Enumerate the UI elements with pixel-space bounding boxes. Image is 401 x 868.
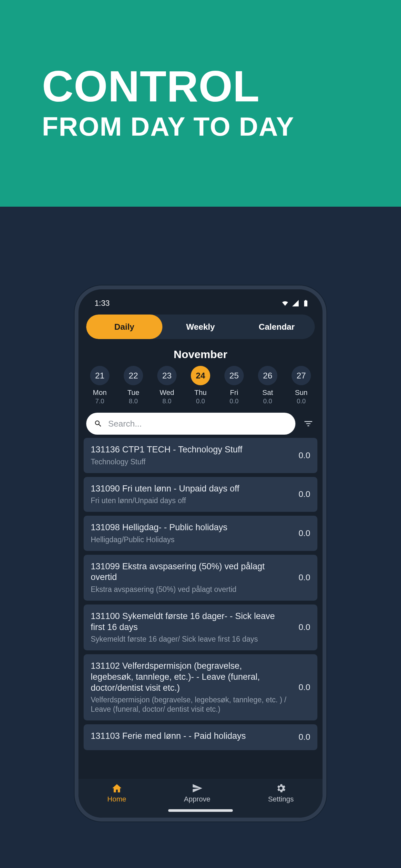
day-number: 27 — [291, 366, 311, 385]
home-indicator[interactable] — [168, 809, 233, 812]
phone-stage: 1:33 Daily Weekly Calendar November 21 — [0, 207, 401, 868]
status-bar: 1:33 — [79, 295, 322, 311]
tab-label: Approve — [184, 795, 211, 803]
hero-banner: CONTROL FROM DAY TO DAY — [0, 0, 401, 207]
search-input[interactable] — [108, 419, 288, 429]
day-cell[interactable]: 26 Sat 0.0 — [254, 366, 281, 405]
day-name: Wed — [160, 389, 174, 397]
list-item[interactable]: 131090 Fri uten lønn - Unpaid days off F… — [84, 477, 317, 512]
month-label: November — [79, 348, 322, 361]
day-name: Mon — [93, 389, 107, 397]
tab-approve[interactable]: Approve — [184, 783, 211, 803]
signal-icon — [291, 299, 299, 307]
day-cell[interactable]: 21 Mon 7.0 — [86, 366, 113, 405]
day-number: 26 — [258, 366, 277, 385]
day-name: Thu — [194, 389, 207, 397]
tab-settings[interactable]: Settings — [268, 783, 294, 803]
phone-side-button — [74, 396, 76, 428]
list-item[interactable]: 131098 Helligdag- - Public holidays Hell… — [84, 516, 317, 551]
tab-calendar[interactable]: Calendar — [239, 314, 315, 339]
day-hours: 0.0 — [297, 398, 306, 405]
list-item[interactable]: 131102 Velferdspermisjon (begravelse, le… — [84, 654, 317, 720]
list-item-title: 131100 Sykemeldt første 16 dager- - Sick… — [91, 611, 286, 633]
filter-button[interactable] — [302, 417, 315, 430]
send-icon — [192, 783, 203, 794]
bottom-tabbar: Home Approve Settings — [79, 779, 322, 817]
day-cell[interactable]: 23 Wed 8.0 — [153, 366, 181, 405]
day-number: 22 — [124, 366, 143, 385]
day-number: 24 — [191, 366, 210, 385]
list-item-value: 0.0 — [293, 682, 310, 692]
status-time: 1:33 — [95, 299, 110, 308]
list-item-title: 131098 Helligdag- - Public holidays — [91, 522, 286, 533]
list-item-title: 131090 Fri uten lønn - Unpaid days off — [91, 484, 286, 494]
timesheet-list[interactable]: 131136 CTP1 TECH - Technology Stuff Tech… — [79, 438, 322, 779]
phone-screen: 1:33 Daily Weekly Calendar November 21 — [79, 289, 322, 817]
day-cell[interactable]: 25 Fri 0.0 — [220, 366, 248, 405]
day-hours: 7.0 — [95, 398, 104, 405]
list-item-title: 131102 Velferdspermisjon (begravelse, le… — [91, 661, 286, 693]
list-item-value: 0.0 — [293, 451, 310, 461]
phone-side-button — [74, 438, 76, 490]
day-cell-selected[interactable]: 24 Thu 0.0 — [187, 366, 214, 405]
hero-subtitle: FROM DAY TO DAY — [42, 112, 359, 142]
day-name: Fri — [230, 389, 238, 397]
list-item-subtitle: Fri uten lønn/Unpaid days off — [91, 496, 286, 505]
list-item[interactable]: 131103 Ferie med lønn - - Paid holidays … — [84, 724, 317, 750]
list-item-subtitle: Velferdspermisjon (begravelse, legebesøk… — [91, 695, 286, 714]
list-item-value: 0.0 — [293, 489, 310, 499]
tab-label: Home — [107, 795, 126, 803]
battery-icon — [302, 299, 310, 307]
day-name: Sat — [262, 389, 273, 397]
phone-frame: 1:33 Daily Weekly Calendar November 21 — [74, 285, 327, 822]
day-hours: 8.0 — [129, 398, 138, 405]
gear-icon — [275, 783, 286, 794]
tab-home[interactable]: Home — [107, 783, 126, 803]
day-name: Sun — [295, 389, 307, 397]
day-number: 25 — [224, 366, 244, 385]
day-cell[interactable]: 22 Tue 8.0 — [120, 366, 147, 405]
day-hours: 0.0 — [196, 398, 205, 405]
hero-title: CONTROL — [42, 65, 359, 108]
list-item[interactable]: 131100 Sykemeldt første 16 dager- - Sick… — [84, 604, 317, 650]
day-number: 23 — [157, 366, 177, 385]
day-name: Tue — [127, 389, 139, 397]
list-item[interactable]: 131136 CTP1 TECH - Technology Stuff Tech… — [84, 438, 317, 473]
search-box[interactable] — [86, 413, 296, 435]
list-item-subtitle: Technology Stuff — [91, 457, 286, 467]
list-item-subtitle: Sykemeldt første 16 dager/ Sick leave fi… — [91, 634, 286, 644]
tab-daily[interactable]: Daily — [86, 314, 162, 339]
list-item-title: 131103 Ferie med lønn - - Paid holidays — [91, 731, 286, 742]
status-icons — [281, 299, 310, 307]
week-day-strip: 21 Mon 7.0 22 Tue 8.0 23 Wed 8.0 24 Thu — [79, 361, 322, 405]
list-item-title: 131099 Ekstra avspasering (50%) ved påla… — [91, 561, 286, 583]
home-icon — [112, 783, 122, 794]
list-item[interactable]: 131099 Ekstra avspasering (50%) ved påla… — [84, 555, 317, 600]
search-icon — [94, 420, 102, 428]
list-item-value: 0.0 — [293, 528, 310, 538]
tab-label: Settings — [268, 795, 294, 803]
list-item-subtitle: Helligdag/Public Holidays — [91, 535, 286, 545]
list-item-value: 0.0 — [293, 732, 310, 742]
day-cell[interactable]: 27 Sun 0.0 — [288, 366, 315, 405]
day-hours: 0.0 — [229, 398, 239, 405]
list-item-subtitle: Ekstra avspasering (50%) ved pålagt over… — [91, 585, 286, 594]
list-item-title: 131136 CTP1 TECH - Technology Stuff — [91, 444, 286, 455]
phone-side-button — [325, 425, 327, 490]
day-hours: 0.0 — [263, 398, 272, 405]
filter-icon — [303, 418, 313, 429]
day-number: 21 — [90, 366, 110, 385]
tab-weekly[interactable]: Weekly — [162, 314, 239, 339]
list-item-value: 0.0 — [293, 622, 310, 632]
wifi-icon — [281, 299, 289, 307]
day-hours: 8.0 — [162, 398, 172, 405]
view-segmented-control: Daily Weekly Calendar — [86, 314, 315, 339]
list-item-value: 0.0 — [293, 572, 310, 583]
